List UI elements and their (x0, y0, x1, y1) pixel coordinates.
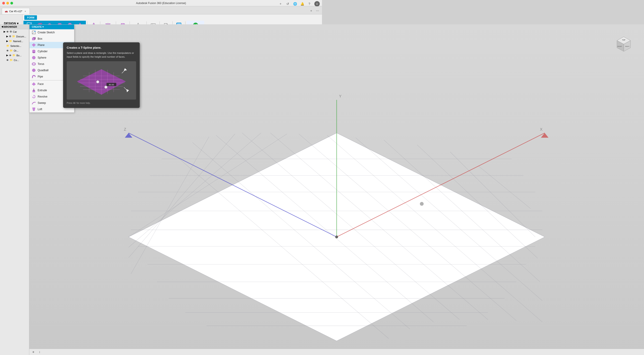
tab-menu-button[interactable]: ⋯ (315, 8, 320, 13)
tooltip-description: Select a plane and draw a rectangle. Use… (67, 51, 136, 58)
browser-arrow-icon: ◀ (1, 25, 3, 28)
svg-text:80.00: 80.00 (109, 84, 114, 86)
eye-icon: 👁 (6, 30, 9, 33)
pipe-label: Pipe (38, 75, 43, 78)
expand-icon-bo: ▶ (6, 54, 8, 57)
tab-close-button[interactable]: × (24, 10, 27, 13)
menu-header-label: CREATE ▾ (32, 26, 44, 28)
svg-marker-37 (129, 133, 322, 178)
expand-icon: ▶ (4, 30, 6, 33)
plane-menu-icon (32, 43, 36, 47)
svg-marker-101 (33, 89, 35, 90)
sphere-menu-icon (32, 56, 36, 60)
svg-line-63 (129, 134, 235, 178)
revolve-label: Revolve (38, 95, 47, 98)
browser-label: BROWSER (4, 26, 17, 28)
svg-marker-87 (32, 44, 36, 47)
tab-actions: ＋ ⋯ (309, 8, 320, 13)
window-controls[interactable] (2, 2, 13, 4)
quadball-menu-icon (32, 68, 36, 72)
minimize-button[interactable] (6, 2, 9, 4)
browser-item-bo[interactable]: ▶ 👁 📁 Bo... (0, 53, 29, 58)
browser-header: ◀ BROWSER (0, 24, 29, 29)
maximize-button[interactable] (10, 2, 13, 4)
svg-point-91 (32, 56, 36, 59)
browser-item-docum[interactable]: ▶ ⚙ 📁 Docum... (0, 34, 29, 39)
browser-car-label: Car (13, 30, 17, 33)
menu-item-box[interactable]: Box (30, 36, 74, 42)
plus-icon[interactable]: ＋ (278, 2, 283, 6)
eye-icon-or: 👁 (6, 49, 9, 52)
svg-point-2 (30, 23, 32, 24)
expand-icon-named: ▶ (6, 40, 8, 42)
extrude-label: Extrude (38, 89, 47, 92)
svg-text:Z: Z (124, 127, 126, 132)
svg-point-90 (32, 52, 35, 53)
tab-car-icon: 🚗 (5, 10, 8, 12)
browser-item-co[interactable]: 👁 📁 Co... (0, 58, 29, 62)
refresh-icon[interactable]: ↺ (286, 2, 290, 6)
svg-marker-121 (124, 68, 127, 71)
title-bar-actions: ＋ ↺ 🌐 🔔 ? U (278, 1, 320, 6)
sphere-label: Sphere (38, 56, 46, 59)
extrude-menu-icon (32, 88, 36, 92)
loft-menu-icon (32, 107, 36, 111)
tooltip-title: Creates a T-Spline plane. (67, 46, 136, 49)
browser-selection-label: Selectio... (10, 44, 21, 47)
svg-rect-100 (33, 90, 35, 92)
form-tab-button[interactable]: FORM (24, 15, 37, 20)
svg-point-119 (104, 86, 108, 89)
close-button[interactable] (2, 2, 5, 4)
new-tab-button[interactable]: ＋ (309, 8, 314, 13)
cylinder-label: Cylinder (38, 50, 48, 53)
browser-item-selection[interactable]: 📁 Selectio... (0, 44, 29, 48)
folder-icon-sel: 📁 (6, 44, 10, 47)
folder-icon-doc: 📁 (12, 35, 15, 38)
face-label: Face (38, 82, 44, 86)
eye-icon-co: 👁 (6, 59, 9, 62)
svg-line-64 (131, 137, 209, 178)
face-menu-icon (32, 82, 36, 86)
loft-label: Loft (38, 108, 42, 111)
globe-icon[interactable]: 🌐 (293, 2, 297, 6)
bell-icon[interactable]: 🔔 (300, 2, 304, 6)
svg-marker-69 (125, 133, 132, 138)
tab-car5[interactable]: 🚗 Car #5 v12* × (2, 8, 30, 14)
browser-item-named[interactable]: ▶ 📁 Named... (0, 39, 29, 44)
title-bar: Autodesk Fusion 360 (Education License) … (0, 0, 322, 6)
plane-label: Plane (38, 44, 44, 47)
expand-icon-doc: ▶ (6, 35, 8, 38)
svg-point-83 (34, 31, 36, 32)
window-title: Autodesk Fusion 360 (Education License) (136, 2, 186, 5)
gear-icon: ⚙ (10, 30, 12, 33)
tab-bar: 🚗 Car #5 v12* × ＋ ⋯ (0, 6, 322, 14)
browser-named-label: Named... (13, 40, 23, 42)
tooltip-popup: Creates a T-Spline plane. Select a plane… (63, 42, 140, 108)
pipe-menu-icon (32, 74, 36, 78)
box-label: Box (38, 37, 42, 40)
menu-item-create-sketch[interactable]: Create Sketch (30, 29, 74, 36)
folder-icon-named: 📁 (9, 40, 12, 42)
svg-rect-84 (32, 38, 34, 40)
menu-header: CREATE ▾ (30, 24, 74, 29)
browser-bo-label: Bo... (16, 54, 22, 57)
folder-icon-bo: 📁 (12, 54, 16, 57)
browser-or-label: Or... (14, 49, 18, 52)
user-avatar[interactable]: U (314, 1, 320, 6)
revolve-menu-icon (32, 94, 36, 99)
svg-point-118 (96, 80, 99, 83)
svg-marker-123 (126, 89, 129, 92)
form-tab-area: FORM (22, 14, 322, 21)
svg-marker-99 (32, 82, 36, 86)
browser-item-car[interactable]: ▶ 👁 ⚙ Car (0, 29, 29, 34)
svg-line-62 (129, 133, 261, 178)
eye-icon-bo: 👁 (9, 54, 12, 57)
tooltip-plane-svg: 80.00 (67, 61, 136, 100)
create-sketch-menu-icon (32, 30, 36, 34)
svg-marker-106 (32, 108, 35, 111)
folder-icon-or: 📁 (10, 49, 13, 52)
tab-label: Car #5 v12* (9, 10, 22, 12)
help-icon[interactable]: ? (307, 2, 312, 6)
browser-item-or[interactable]: 👁 📁 Or... (0, 48, 29, 53)
quadball-label: Quadball (38, 69, 48, 72)
